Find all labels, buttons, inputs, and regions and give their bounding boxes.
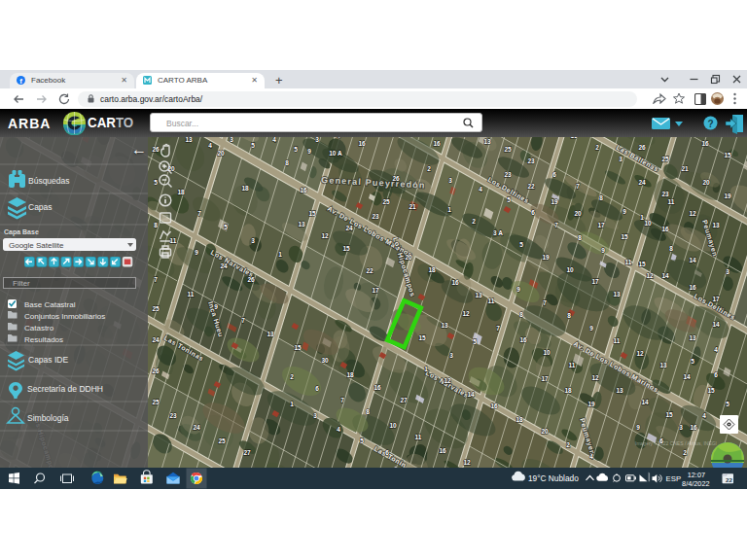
svg-text:14: 14 <box>689 257 696 263</box>
svg-text:19: 19 <box>587 401 595 407</box>
svg-text:6: 6 <box>315 385 319 392</box>
svg-text:12: 12 <box>463 459 471 466</box>
svg-text:9: 9 <box>589 325 593 332</box>
svg-text:17: 17 <box>541 375 549 382</box>
svg-text:10: 10 <box>389 422 397 429</box>
svg-text:26: 26 <box>392 175 400 182</box>
svg-text:25: 25 <box>152 305 160 312</box>
svg-text:Simbología: Simbología <box>27 413 69 423</box>
svg-text:8: 8 <box>366 408 370 415</box>
svg-text:4: 4 <box>702 412 706 419</box>
svg-text:26: 26 <box>152 146 160 153</box>
svg-text:7: 7 <box>543 299 547 306</box>
svg-text:22: 22 <box>527 183 535 190</box>
svg-text:26: 26 <box>638 144 646 151</box>
svg-text:6: 6 <box>385 449 389 456</box>
svg-text:16: 16 <box>433 140 441 147</box>
svg-text:16: 16 <box>374 384 381 391</box>
svg-text:4: 4 <box>337 137 340 139</box>
svg-text:3: 3 <box>230 137 233 143</box>
svg-text:21: 21 <box>409 203 416 210</box>
svg-text:26: 26 <box>247 276 255 283</box>
svg-text:13: 13 <box>613 291 621 298</box>
svg-text:9: 9 <box>195 249 198 256</box>
svg-text:7: 7 <box>154 276 158 283</box>
svg-text:11: 11 <box>188 291 195 298</box>
svg-text:3: 3 <box>619 156 622 162</box>
svg-text:26: 26 <box>152 368 160 374</box>
svg-text:18: 18 <box>428 266 436 273</box>
svg-text:15: 15 <box>418 334 426 341</box>
svg-text:11: 11 <box>668 198 675 205</box>
svg-text:9: 9 <box>307 148 311 155</box>
svg-text:11: 11 <box>415 434 422 440</box>
svg-text:Catastro: Catastro <box>24 324 54 332</box>
svg-text:24: 24 <box>220 262 228 269</box>
svg-text:3: 3 <box>448 177 452 184</box>
svg-text:13: 13 <box>483 138 491 145</box>
svg-text:30: 30 <box>321 357 329 364</box>
svg-text:12: 12 <box>689 210 696 217</box>
svg-text:8: 8 <box>669 245 673 252</box>
svg-text:6: 6 <box>552 171 556 178</box>
svg-text:18: 18 <box>177 189 185 195</box>
svg-text:2: 2 <box>472 218 476 225</box>
svg-text:25: 25 <box>504 146 512 153</box>
svg-text:7: 7 <box>340 397 344 403</box>
svg-text:3 A: 3 A <box>493 229 503 236</box>
svg-text:13: 13 <box>475 292 482 298</box>
svg-text:7: 7 <box>241 317 245 324</box>
svg-text:20: 20 <box>217 150 225 157</box>
svg-text:6: 6 <box>531 209 535 216</box>
svg-text:7: 7 <box>554 222 558 228</box>
svg-text:Resultados: Resultados <box>24 335 63 344</box>
svg-text:8: 8 <box>599 194 603 201</box>
svg-text:22: 22 <box>726 476 732 483</box>
svg-text:15: 15 <box>294 344 302 351</box>
svg-text:?: ? <box>707 119 713 129</box>
svg-text:15: 15 <box>638 261 646 267</box>
svg-text:12: 12 <box>462 310 470 317</box>
svg-text:4: 4 <box>208 142 212 149</box>
svg-text:13: 13 <box>267 331 274 337</box>
svg-text:12: 12 <box>646 272 654 279</box>
svg-text:4: 4 <box>337 426 340 433</box>
svg-text:25: 25 <box>152 399 160 405</box>
svg-text:3: 3 <box>251 237 255 244</box>
svg-text:16: 16 <box>490 402 498 409</box>
svg-text:17: 17 <box>591 278 599 285</box>
svg-text:17: 17 <box>597 222 605 228</box>
svg-text:2: 2 <box>683 449 687 456</box>
svg-text:18: 18 <box>346 371 354 378</box>
svg-text:1: 1 <box>424 366 428 372</box>
svg-text:Imagery ©2022 CNES / Airbus, I: Imagery ©2022 CNES / Airbus, INEGI <box>635 440 717 446</box>
svg-text:20: 20 <box>574 210 582 217</box>
svg-text:9: 9 <box>516 286 520 293</box>
svg-text:11: 11 <box>488 298 495 304</box>
svg-text:3: 3 <box>313 412 317 419</box>
svg-text:25: 25 <box>218 438 226 444</box>
svg-text:10: 10 <box>644 220 652 227</box>
svg-text:15: 15 <box>665 411 673 418</box>
svg-text:23: 23 <box>527 158 535 164</box>
svg-text:20: 20 <box>541 428 549 435</box>
svg-text:16: 16 <box>690 424 697 431</box>
svg-text:20: 20 <box>405 254 412 261</box>
svg-text:1: 1 <box>278 251 282 258</box>
svg-text:9: 9 <box>601 247 605 254</box>
svg-text:25: 25 <box>382 198 390 205</box>
svg-text:20: 20 <box>702 179 710 186</box>
svg-text:21: 21 <box>681 165 689 172</box>
svg-text:8: 8 <box>567 312 571 319</box>
svg-text:8: 8 <box>519 311 523 318</box>
svg-text:27: 27 <box>243 449 251 456</box>
svg-text:16: 16 <box>519 336 527 343</box>
svg-text:3: 3 <box>679 424 683 431</box>
svg-text:8/4/2022: 8/4/2022 <box>682 479 709 488</box>
svg-text:5: 5 <box>691 358 694 365</box>
svg-text:13: 13 <box>712 222 720 228</box>
svg-text:13: 13 <box>616 387 623 394</box>
svg-text:16: 16 <box>570 137 578 139</box>
svg-text:13: 13 <box>689 334 696 341</box>
svg-text:8: 8 <box>578 234 582 241</box>
